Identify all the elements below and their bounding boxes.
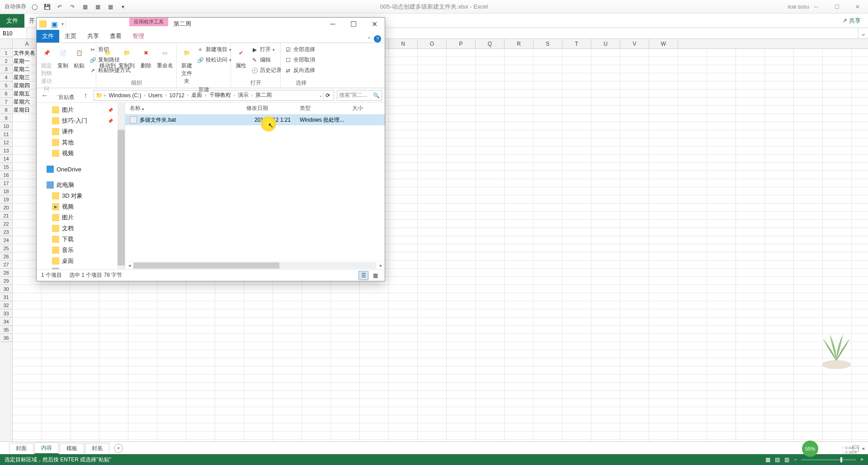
- explorer-maximize-button[interactable]: ☐: [343, 18, 364, 30]
- col-R[interactable]: R: [505, 39, 533, 48]
- properties-button[interactable]: ✔属性: [234, 45, 248, 70]
- row-18[interactable]: 18: [0, 187, 12, 195]
- rename-button[interactable]: ▭重命名: [156, 45, 174, 70]
- easy-access-button[interactable]: 🔗轻松访问: [196, 55, 232, 65]
- ribbon-tab-view[interactable]: 查看: [104, 30, 127, 43]
- file-row-selected[interactable]: 多级文件夹.bat 2019/1/12 1:21 Windows 批处理...: [125, 114, 385, 125]
- row-11[interactable]: 11: [0, 130, 12, 138]
- nav-forward-button[interactable]: →: [53, 90, 64, 101]
- file-hscroll[interactable]: ◂ ▸: [125, 261, 385, 269]
- ribbon-tab-home[interactable]: 主页: [59, 30, 82, 43]
- invert-selection-button[interactable]: ⇄反向选择: [283, 66, 316, 75]
- row-24[interactable]: 24: [0, 236, 12, 244]
- new-item-button[interactable]: ✧新建项目: [196, 45, 232, 54]
- view-icons-button[interactable]: ▦: [370, 271, 380, 280]
- move-to-button[interactable]: 📁移动到: [99, 45, 116, 70]
- nav-item-11[interactable]: 下载: [37, 234, 125, 245]
- explorer-minimize-button[interactable]: ─: [322, 18, 343, 30]
- col-Q[interactable]: Q: [476, 39, 505, 48]
- row-13[interactable]: 13: [0, 147, 12, 155]
- nav-item-0[interactable]: 图片📌: [37, 104, 125, 115]
- cell-A1[interactable]: 文件夹名: [13, 49, 36, 57]
- sheet-tab-3[interactable]: 封底: [85, 443, 109, 454]
- view-details-button[interactable]: ☰: [359, 271, 368, 280]
- excel-maximize-button[interactable]: ☐: [826, 0, 847, 13]
- row-1[interactable]: 1: [0, 49, 12, 57]
- nav-item-7[interactable]: 3D 对象: [37, 190, 125, 201]
- crumb-0[interactable]: Windows (C:): [107, 92, 143, 99]
- cell-A6[interactable]: 星期五: [13, 90, 31, 98]
- search-input[interactable]: 搜索"第二... 🔍: [337, 90, 382, 101]
- open-button[interactable]: ▶打开: [250, 45, 283, 54]
- new-folder-button[interactable]: 📁新建 文件夹: [179, 45, 194, 85]
- view-normal-icon[interactable]: ▦: [765, 456, 770, 463]
- autosave-toggle[interactable]: ◯: [30, 2, 39, 11]
- nav-recent-icon[interactable]: ▾: [66, 90, 77, 101]
- ribbon-tab-manage[interactable]: 管理: [127, 30, 150, 43]
- cell-A4[interactable]: 星期三: [13, 73, 31, 81]
- crumb-6[interactable]: 第二周: [254, 91, 274, 99]
- addr-dd-icon[interactable]: ⌄: [319, 93, 322, 98]
- excel-share-button[interactable]: ↗共享: [835, 17, 868, 25]
- row-9[interactable]: 9: [0, 114, 12, 122]
- qat-btn-1[interactable]: ▦: [80, 2, 90, 11]
- col-U[interactable]: U: [591, 39, 620, 48]
- nav-item-6[interactable]: 此电脑: [37, 180, 125, 190]
- col-date[interactable]: 修改日期: [242, 104, 295, 112]
- cell-A8[interactable]: 星期日: [13, 106, 31, 114]
- select-none-button[interactable]: ☐全部取消: [283, 55, 316, 65]
- qat-more-icon[interactable]: ▾: [118, 2, 127, 11]
- row-30[interactable]: 30: [0, 285, 12, 293]
- qat-btn-3[interactable]: ▦: [106, 2, 115, 11]
- row-32[interactable]: 32: [0, 301, 12, 309]
- copy-to-button[interactable]: 📁复制到: [118, 45, 135, 70]
- nav-item-10[interactable]: 文档: [37, 223, 125, 234]
- hscroll-thumb[interactable]: [133, 262, 279, 269]
- zoom-in-button[interactable]: +: [860, 456, 863, 463]
- row-20[interactable]: 20: [0, 204, 12, 212]
- row-12[interactable]: 12: [0, 138, 12, 147]
- row-36[interactable]: 36: [0, 334, 12, 342]
- view-pagelayout-icon[interactable]: ▤: [775, 456, 780, 463]
- ribbon-collapse-icon[interactable]: ⌃: [367, 36, 371, 43]
- row-31[interactable]: 31: [0, 293, 12, 301]
- edit-button[interactable]: ✎编辑: [250, 55, 283, 65]
- add-sheet-button[interactable]: +: [114, 444, 123, 453]
- nav-up-button[interactable]: ↑: [80, 90, 91, 101]
- view-pagebreak-icon[interactable]: ▥: [784, 456, 789, 463]
- cell-A2[interactable]: 星期一: [13, 57, 31, 65]
- col-O[interactable]: O: [418, 39, 447, 48]
- crumb-2[interactable]: 10712: [168, 92, 186, 99]
- row-10[interactable]: 10: [0, 122, 12, 130]
- row-8[interactable]: 8: [0, 106, 12, 114]
- qat-dd-icon[interactable]: ▾: [61, 22, 64, 26]
- address-bar[interactable]: 📁 « Windows (C:)› Users› 10712› 桌面› 千聊教程…: [94, 90, 334, 101]
- sheet-tab-1[interactable]: 内容: [34, 442, 59, 454]
- nav-item-8[interactable]: 视频: [37, 201, 125, 212]
- row-17[interactable]: 17: [0, 179, 12, 187]
- row-4[interactable]: 4: [0, 73, 12, 81]
- file-list[interactable]: 名称 修改日期 类型 大小 多级文件夹.bat 2019/1/12 1:21 W…: [125, 103, 385, 269]
- row-34[interactable]: 34: [0, 318, 12, 326]
- row-33[interactable]: 33: [0, 309, 12, 318]
- row-3[interactable]: 3: [0, 65, 12, 73]
- nav-item-5[interactable]: OneDrive: [37, 164, 125, 174]
- col-T[interactable]: T: [562, 39, 591, 48]
- row-29[interactable]: 29: [0, 277, 12, 285]
- sheet-tab-0[interactable]: 封面: [9, 443, 33, 454]
- nav-item-1[interactable]: 技巧-入门📌: [37, 115, 125, 126]
- hscroll-right[interactable]: ▸: [377, 263, 385, 268]
- explorer-close-button[interactable]: ✕: [364, 18, 385, 30]
- history-button[interactable]: 🕘历史记录: [250, 66, 283, 75]
- select-all-corner[interactable]: [0, 39, 13, 48]
- hscroll-left[interactable]: ◂: [125, 263, 133, 268]
- row-6[interactable]: 6: [0, 90, 12, 98]
- refresh-button[interactable]: ⟳: [323, 92, 332, 99]
- row-22[interactable]: 22: [0, 220, 12, 228]
- row-23[interactable]: 23: [0, 228, 12, 236]
- excel-file-tab[interactable]: 文件: [0, 14, 24, 28]
- nav-item-2[interactable]: 课件: [37, 126, 125, 137]
- zoom-slider[interactable]: [802, 459, 856, 460]
- qat-props-icon[interactable]: ▣: [51, 20, 58, 28]
- sheet-tab-2[interactable]: 模板: [60, 443, 84, 454]
